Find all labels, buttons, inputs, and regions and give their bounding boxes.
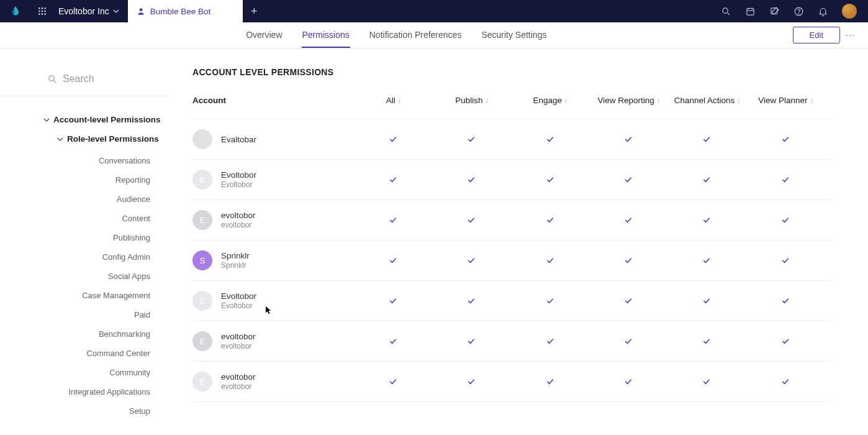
info-icon[interactable]: i	[565, 97, 567, 104]
check-icon[interactable]	[354, 134, 432, 144]
check-icon[interactable]	[746, 336, 825, 346]
sidebar-item-publishing[interactable]: Publishing	[43, 228, 150, 247]
check-icon[interactable]	[746, 255, 825, 265]
info-icon[interactable]: i	[810, 97, 812, 104]
account-cell[interactable]: Eevoltoborevoltobor	[192, 331, 354, 351]
user-avatar[interactable]	[842, 4, 857, 19]
check-icon[interactable]	[746, 296, 825, 306]
check-icon[interactable]	[511, 255, 589, 265]
check-icon[interactable]	[746, 215, 825, 225]
check-icon[interactable]	[354, 296, 432, 306]
check-icon[interactable]	[589, 377, 667, 387]
check-icon[interactable]	[432, 134, 510, 144]
apps-launcher-icon[interactable]	[31, 6, 53, 16]
check-icon[interactable]	[589, 134, 667, 144]
check-icon[interactable]	[432, 175, 510, 185]
sidebar-item-reporting[interactable]: Reporting	[43, 170, 150, 190]
check-icon[interactable]	[354, 336, 432, 346]
check-icon[interactable]	[589, 215, 667, 225]
tab-permissions[interactable]: Permissions	[302, 22, 350, 48]
workspace-picker[interactable]: Evoltobor Inc	[53, 6, 128, 16]
svg-line-11	[728, 12, 730, 15]
compose-icon[interactable]	[769, 6, 780, 17]
search-icon[interactable]	[721, 6, 731, 17]
check-icon[interactable]	[511, 336, 589, 346]
new-tab-button[interactable]: +	[243, 5, 265, 18]
check-icon[interactable]	[511, 377, 589, 387]
check-icon[interactable]	[511, 134, 589, 144]
check-icon[interactable]	[432, 255, 510, 265]
check-icon[interactable]	[746, 377, 825, 387]
tab-overview[interactable]: Overview	[245, 22, 283, 48]
sidebar-item-command-center[interactable]: Command Center	[43, 344, 150, 363]
check-icon[interactable]	[667, 215, 746, 225]
account-cell[interactable]: Eevoltoborevoltobor	[192, 210, 354, 230]
sidebar-item-benchmarking[interactable]: Benchmarking	[43, 324, 150, 344]
check-icon[interactable]	[511, 175, 589, 185]
svg-point-5	[44, 11, 46, 12]
check-icon[interactable]	[432, 377, 510, 387]
check-icon[interactable]	[746, 134, 825, 144]
check-icon[interactable]	[667, 134, 746, 144]
calendar-icon[interactable]	[745, 6, 756, 17]
tab-active[interactable]: Bumble Bee Bot	[128, 0, 243, 22]
sidebar-item-conversations[interactable]: Conversations	[43, 151, 150, 170]
info-icon[interactable]: i	[658, 97, 659, 104]
sidebar: Account-level Permissions Role-level Per…	[0, 67, 168, 421]
check-icon[interactable]	[432, 215, 510, 225]
svg-point-10	[723, 7, 728, 12]
account-cell[interactable]: EEvoltoborEvoltobor	[192, 291, 354, 311]
sidebar-item-config-admin[interactable]: Config Admin	[43, 247, 150, 267]
account-cell[interactable]: Evaltobar	[192, 129, 354, 149]
sidebar-item-social-apps[interactable]: Social Apps	[43, 267, 150, 286]
check-icon[interactable]	[667, 175, 746, 185]
check-icon[interactable]	[589, 336, 667, 346]
column-header-publish: Publishi	[432, 96, 510, 105]
content-area: ACCOUNT LEVEL PERMISSIONS AccountAlliPub…	[168, 67, 868, 421]
check-icon[interactable]	[667, 336, 746, 346]
tab-security-settings[interactable]: Security Settings	[481, 22, 547, 48]
edit-button[interactable]: Edit	[793, 27, 840, 44]
check-icon[interactable]	[354, 175, 432, 185]
help-icon[interactable]	[793, 6, 804, 17]
account-avatar: E	[192, 291, 212, 311]
sidebar-item-community[interactable]: Community	[43, 363, 150, 382]
svg-point-3	[38, 11, 40, 12]
check-icon[interactable]	[511, 296, 589, 306]
info-icon[interactable]: i	[486, 97, 488, 104]
account-cell[interactable]: SSprinklrSprinklr	[192, 250, 354, 270]
sidebar-item-paid[interactable]: Paid	[43, 305, 150, 324]
brand-logo[interactable]	[0, 5, 31, 17]
check-icon[interactable]	[511, 215, 589, 225]
sidebar-item-content[interactable]: Content	[43, 209, 150, 228]
check-icon[interactable]	[667, 296, 746, 306]
sidebar-item-audience[interactable]: Audience	[43, 190, 150, 209]
nav-section-role[interactable]: Role-level Permissions	[43, 129, 168, 149]
sidebar-item-case-management[interactable]: Case Management	[43, 286, 150, 305]
check-icon[interactable]	[354, 377, 432, 387]
check-icon[interactable]	[432, 296, 510, 306]
nav-section-account[interactable]: Account-level Permissions	[43, 110, 168, 129]
check-icon[interactable]	[667, 377, 746, 387]
info-icon[interactable]: i	[399, 97, 400, 104]
check-icon[interactable]	[354, 255, 432, 265]
svg-rect-12	[747, 8, 754, 15]
tab-notification-preferences[interactable]: Notification Preferences	[369, 22, 463, 48]
check-icon[interactable]	[432, 336, 510, 346]
sidebar-item-integrated-applications[interactable]: Integrated Applications	[43, 382, 150, 401]
check-icon[interactable]	[746, 175, 825, 185]
bell-icon[interactable]	[818, 6, 828, 17]
account-avatar: E	[192, 372, 212, 392]
account-cell[interactable]: EEvoltoborEvoltobor	[192, 170, 354, 190]
account-cell[interactable]: Eevoltoborevoltobor	[192, 372, 354, 392]
check-icon[interactable]	[354, 215, 432, 225]
table-row: Eevoltoborevoltobor	[192, 321, 831, 362]
check-icon[interactable]	[667, 255, 746, 265]
check-icon[interactable]	[589, 255, 667, 265]
sidebar-item-setup[interactable]: Setup	[43, 401, 150, 421]
search-input[interactable]	[63, 73, 150, 85]
check-icon[interactable]	[589, 175, 667, 185]
info-icon[interactable]: i	[738, 97, 739, 104]
more-actions-icon[interactable]: ⋯	[845, 29, 856, 41]
check-icon[interactable]	[589, 296, 667, 306]
